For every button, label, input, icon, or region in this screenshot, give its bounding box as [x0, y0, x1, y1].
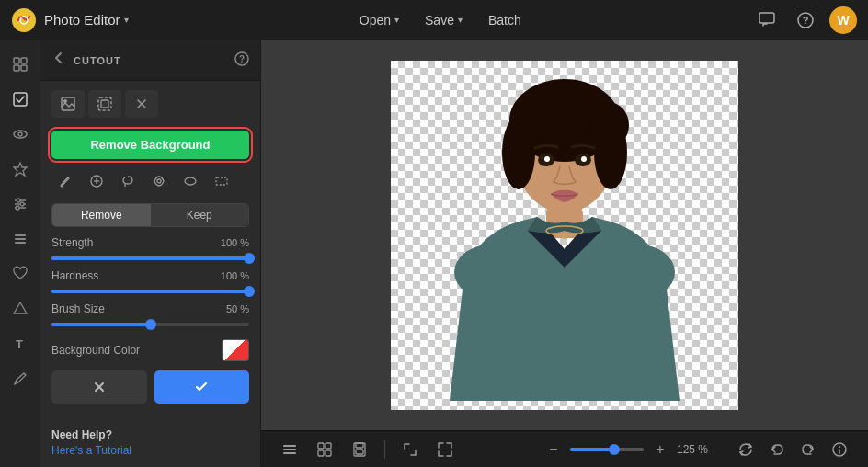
app-logo[interactable]: [11, 7, 37, 33]
hardness-slider-row: Hardness 100 %: [51, 269, 249, 297]
tool-ellipse[interactable]: [177, 168, 204, 194]
undo-button[interactable]: [763, 436, 791, 463]
sidebar-tool-cutout[interactable]: [4, 83, 37, 116]
help-icon-button[interactable]: ?: [791, 6, 820, 35]
svg-marker-12: [14, 163, 27, 176]
brush-size-thumb[interactable]: [145, 319, 156, 330]
zoom-in-button[interactable]: +: [649, 439, 671, 461]
save-button[interactable]: Save ▾: [414, 8, 474, 32]
svg-point-17: [20, 202, 24, 206]
need-help-link[interactable]: Here's a Tutorial: [51, 444, 131, 457]
remove-button[interactable]: Remove: [52, 204, 151, 226]
grid-icon-button[interactable]: [311, 436, 338, 463]
zoom-controls: − + 125 %: [542, 439, 714, 461]
confirm-button[interactable]: [154, 370, 250, 404]
strength-slider-row: Strength 100 %: [51, 236, 249, 264]
expand-icon-button[interactable]: [431, 436, 459, 463]
panel-help-icon[interactable]: ?: [234, 51, 249, 69]
svg-marker-22: [14, 302, 27, 313]
sidebar-tool-eye[interactable]: [4, 118, 37, 151]
svg-point-18: [16, 206, 19, 210]
svg-point-61: [839, 446, 840, 448]
hardness-track[interactable]: [51, 290, 249, 293]
svg-rect-20: [15, 238, 26, 240]
svg-rect-7: [14, 65, 19, 71]
sidebar-tool-draw[interactable]: [4, 362, 37, 395]
tool-add[interactable]: [83, 168, 110, 194]
hardness-label: Hardness: [51, 269, 98, 282]
slider-group: Strength 100 % Hardness 100 %: [51, 236, 249, 330]
cancel-button[interactable]: [51, 370, 147, 404]
user-avatar[interactable]: W: [829, 6, 857, 34]
svg-point-40: [588, 102, 629, 148]
save-icon-button[interactable]: [346, 436, 373, 463]
rotate-view-button[interactable]: [732, 436, 760, 463]
svg-text:?: ?: [803, 15, 809, 26]
svg-rect-21: [15, 242, 26, 244]
batch-button[interactable]: Batch: [477, 8, 532, 32]
svg-rect-35: [216, 177, 227, 185]
app-title-wrap[interactable]: Photo Editor ▾: [44, 12, 129, 28]
keep-button[interactable]: Keep: [151, 204, 249, 226]
svg-rect-54: [326, 443, 331, 449]
remove-background-button[interactable]: Remove Background: [51, 131, 249, 159]
brush-size-fill: [51, 323, 151, 326]
bottom-bar: − + 125 %: [261, 430, 868, 467]
sidebar-tool-text[interactable]: T: [4, 327, 37, 360]
tool-rect[interactable]: [208, 168, 235, 194]
svg-point-11: [18, 132, 22, 136]
tool-smart[interactable]: [145, 168, 173, 194]
tab-icon-original[interactable]: [51, 90, 85, 118]
tab-icon-cutout[interactable]: [88, 90, 121, 118]
zoom-thumb[interactable]: [609, 444, 620, 455]
chat-icon-button[interactable]: [752, 6, 782, 35]
sidebar-tool-layers[interactable]: [4, 222, 37, 256]
zoom-slider-track[interactable]: [570, 448, 644, 451]
bottom-right-icons: [732, 436, 853, 463]
hardness-thumb[interactable]: [244, 286, 255, 297]
redo-button[interactable]: [794, 436, 822, 463]
sidebar-tool-transform[interactable]: [4, 48, 37, 81]
svg-rect-6: [21, 58, 27, 63]
remove-keep-toggle: Remove Keep: [51, 203, 249, 227]
svg-rect-5: [14, 58, 19, 63]
need-help-section: Need Help? Here's a Tutorial: [40, 421, 260, 467]
open-button[interactable]: Open ▾: [348, 8, 410, 32]
svg-rect-29: [101, 100, 108, 108]
tab-icons-row: [51, 90, 249, 118]
canvas-image-wrap: [391, 61, 738, 410]
sidebar-tool-star[interactable]: [4, 153, 37, 186]
cutout-panel: CUTOUT ? Remove Background: [40, 40, 261, 467]
svg-point-10: [14, 131, 27, 138]
brush-size-value: 50 %: [226, 303, 249, 314]
svg-text:T: T: [16, 337, 23, 351]
strength-track[interactable]: [51, 256, 249, 260]
icon-sidebar: T: [0, 40, 40, 467]
bg-color-swatch[interactable]: [222, 339, 249, 361]
topbar-center-actions: Open ▾ Save ▾ Batch: [129, 8, 752, 32]
brush-size-label: Brush Size: [51, 302, 105, 315]
zoom-out-button[interactable]: −: [542, 439, 565, 461]
sidebar-tool-shape[interactable]: [4, 292, 37, 325]
tool-brush[interactable]: [51, 168, 79, 194]
canvas-viewport[interactable]: [261, 40, 868, 430]
sidebar-tool-adjust[interactable]: [4, 188, 37, 221]
layers-icon-button[interactable]: [276, 436, 303, 463]
svg-rect-52: [283, 452, 296, 454]
strength-thumb[interactable]: [244, 253, 255, 264]
tab-icon-close[interactable]: [125, 90, 158, 118]
svg-point-45: [601, 245, 675, 300]
svg-point-43: [562, 234, 567, 239]
svg-point-38: [502, 116, 535, 189]
bg-color-label: Background Color: [51, 344, 140, 357]
svg-point-16: [17, 199, 20, 202]
sidebar-tool-heart[interactable]: [4, 257, 37, 290]
panel-title: CUTOUT: [74, 55, 227, 66]
panel-back-button[interactable]: [51, 51, 66, 70]
svg-rect-2: [760, 13, 774, 23]
svg-point-48: [544, 156, 550, 162]
brush-size-track[interactable]: [51, 323, 249, 326]
tool-lasso[interactable]: [114, 168, 142, 194]
resize-icon-button[interactable]: [396, 436, 424, 463]
info-button[interactable]: [826, 436, 853, 463]
